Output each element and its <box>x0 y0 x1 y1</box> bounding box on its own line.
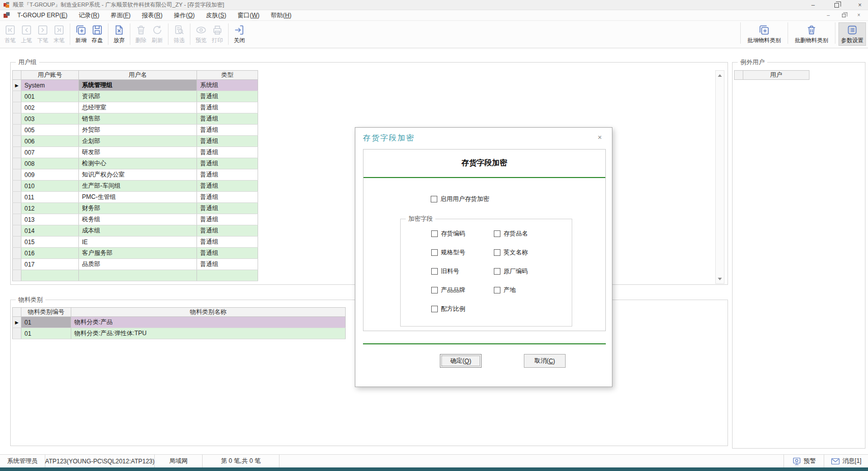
column-header-type[interactable]: 类型 <box>197 71 258 80</box>
scroll-up-icon[interactable] <box>716 71 724 79</box>
column-header-account[interactable]: 用户账号 <box>21 71 79 80</box>
user-group-row[interactable]: 009知识产权办公室普通组 <box>13 169 258 181</box>
user-group-row[interactable]: 007研发部普通组 <box>13 147 258 158</box>
cell[interactable]: 系统组 <box>197 80 258 91</box>
cell[interactable] <box>79 270 197 281</box>
cell[interactable]: 普通组 <box>197 203 258 214</box>
cell[interactable]: 006 <box>21 136 79 147</box>
field-checkbox-inventory-code[interactable]: 存货编码 <box>431 230 494 237</box>
row-marker-cell[interactable] <box>13 203 21 214</box>
menu-skin[interactable]: 皮肤(S) <box>201 10 232 20</box>
row-marker-cell[interactable] <box>13 248 21 259</box>
cell[interactable]: 税务组 <box>79 214 197 225</box>
field-checkbox-old-part-no[interactable]: 旧料号 <box>431 268 494 275</box>
menu-operation[interactable]: 操作(O) <box>168 10 200 20</box>
cell[interactable]: 普通组 <box>197 237 258 248</box>
field-checkbox-formula-ratio[interactable]: 配方比例 <box>431 305 494 312</box>
checkbox-box[interactable] <box>494 230 500 237</box>
user-group-row[interactable]: 008检测中心普通组 <box>13 158 258 169</box>
cell[interactable]: 001 <box>21 91 79 102</box>
cell[interactable]: 普通组 <box>197 136 258 147</box>
user-group-row[interactable]: ▶System系统管理组系统组 <box>13 80 258 91</box>
checkbox-box[interactable] <box>494 287 500 293</box>
discard-button[interactable]: 放弃 <box>111 22 127 46</box>
user-group-row[interactable]: 017品质部普通组 <box>13 259 258 270</box>
material-category-row[interactable]: ▶01物料分类:产品 <box>13 317 346 328</box>
user-group-row[interactable]: 006企划部普通组 <box>13 136 258 147</box>
cell[interactable]: 客户服务部 <box>79 248 197 259</box>
dialog-close-icon[interactable]: × <box>596 133 604 141</box>
batch-delete-material-button[interactable]: 批删物料类别 <box>791 22 832 46</box>
cell[interactable]: 普通组 <box>197 225 258 237</box>
cell[interactable]: 015 <box>21 237 79 248</box>
field-checkbox-spec-model[interactable]: 规格型号 <box>431 249 494 256</box>
user-group-row[interactable]: 014成本组普通组 <box>13 225 258 237</box>
menu-help[interactable]: 帮助(H) <box>265 10 297 20</box>
menu-report[interactable]: 报表(R) <box>136 10 169 20</box>
cell[interactable]: 008 <box>21 158 79 169</box>
cell[interactable]: 014 <box>21 225 79 237</box>
cell[interactable]: 005 <box>21 125 79 136</box>
cell[interactable]: 普通组 <box>197 259 258 270</box>
cell[interactable]: 物料分类:产品 <box>71 317 346 328</box>
alert-button[interactable]: 预警 <box>784 455 824 467</box>
user-group-row[interactable]: 011PMC-生管组普通组 <box>13 192 258 203</box>
user-group-row[interactable]: 002总经理室普通组 <box>13 102 258 113</box>
row-marker-cell[interactable] <box>13 158 21 169</box>
row-marker-cell[interactable] <box>13 225 21 237</box>
cell[interactable]: 外贸部 <box>79 125 197 136</box>
cell[interactable] <box>21 270 79 281</box>
close-window-icon[interactable]: × <box>856 1 864 9</box>
menu-record[interactable]: 记录(R) <box>73 10 105 20</box>
cell[interactable]: PMC-生管组 <box>79 192 197 203</box>
cell[interactable]: 普通组 <box>197 192 258 203</box>
cell[interactable]: 普通组 <box>197 248 258 259</box>
cell[interactable]: 资讯部 <box>79 91 197 102</box>
cell[interactable]: 销售部 <box>79 113 197 125</box>
cell[interactable]: 普通组 <box>197 214 258 225</box>
row-marker-cell[interactable] <box>13 91 21 102</box>
cell[interactable]: 生产部-车间组 <box>79 181 197 192</box>
material-category-row[interactable]: 01物料分类:产品:弹性体:TPU <box>13 328 346 339</box>
cell[interactable]: 研发部 <box>79 147 197 158</box>
minimize-icon[interactable]: – <box>809 1 817 9</box>
row-marker-cell[interactable] <box>13 169 21 181</box>
user-group-row[interactable]: 001资讯部普通组 <box>13 91 258 102</box>
row-marker-cell[interactable] <box>13 192 21 203</box>
checkbox-box[interactable] <box>494 268 500 275</box>
row-marker-cell[interactable]: ▶ <box>13 80 21 91</box>
user-group-row[interactable]: 012财务部普通组 <box>13 203 258 214</box>
cell[interactable]: 016 <box>21 248 79 259</box>
field-checkbox-product-brand[interactable]: 产品品牌 <box>431 286 494 293</box>
checkbox-box[interactable] <box>431 287 438 293</box>
user-group-row[interactable]: 010生产部-车间组普通组 <box>13 181 258 192</box>
cell[interactable]: 010 <box>21 181 79 192</box>
restore-icon[interactable] <box>832 1 841 9</box>
cell[interactable]: 01 <box>21 317 71 328</box>
row-marker-cell[interactable] <box>13 181 21 192</box>
checkbox-box[interactable] <box>431 306 438 312</box>
row-marker-cell[interactable]: ▶ <box>13 317 21 328</box>
row-marker-cell[interactable] <box>13 136 21 147</box>
checkbox-box[interactable] <box>431 249 438 256</box>
save-button[interactable]: 存盘 <box>90 22 105 46</box>
field-checkbox-english-name[interactable]: 英文名称 <box>494 249 565 256</box>
checkbox-box[interactable] <box>431 196 437 202</box>
column-header-user[interactable]: 用户 <box>743 71 809 80</box>
user-group-row[interactable]: 005外贸部普通组 <box>13 125 258 136</box>
column-header-category-name[interactable]: 物料类别名称 <box>71 308 346 317</box>
cell[interactable]: 017 <box>21 259 79 270</box>
checkbox-box[interactable] <box>494 249 500 256</box>
batch-add-material-button[interactable]: 批增物料类别 <box>744 22 785 46</box>
row-marker-cell[interactable] <box>13 102 21 113</box>
cell[interactable]: 普通组 <box>197 169 258 181</box>
field-checkbox-inventory-name[interactable]: 存货品名 <box>494 230 565 237</box>
user-group-scrollbar[interactable] <box>715 70 724 284</box>
cell[interactable]: 普通组 <box>197 147 258 158</box>
cell[interactable]: IE <box>79 237 197 248</box>
cell[interactable]: 007 <box>21 147 79 158</box>
user-group-row[interactable]: 013税务组普通组 <box>13 214 258 225</box>
cell[interactable]: 002 <box>21 102 79 113</box>
cell[interactable]: 总经理室 <box>79 102 197 113</box>
column-header-category-code[interactable]: 物料类别编号 <box>21 308 71 317</box>
